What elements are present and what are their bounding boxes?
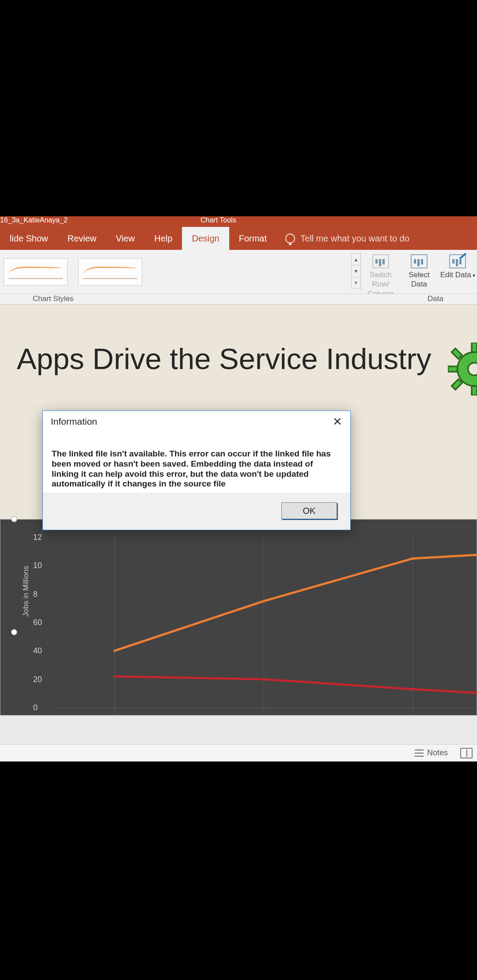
switch-row-column-button: Switch Row/ Column — [361, 254, 400, 298]
dialog-title: Information — [51, 416, 97, 427]
tab-slide-show[interactable]: lide Show — [0, 227, 58, 250]
title-bar: 16_3a_KatieAnaya_2 Chart Tools — [0, 216, 477, 227]
svg-rect-3 — [448, 366, 458, 372]
status-bar: Notes — [0, 744, 477, 761]
selection-handle[interactable] — [11, 629, 17, 635]
chart-styles-caption: Chart Styles — [33, 294, 74, 303]
information-dialog: Information ✕ The linked file isn't avai… — [42, 411, 351, 530]
tab-view[interactable]: View — [106, 227, 144, 250]
chart-style-thumb[interactable] — [78, 258, 142, 286]
slide-title: Apps Drive the Service Industry — [17, 342, 431, 376]
select-data-button[interactable]: Select Data — [400, 254, 438, 289]
y-tick: 60 — [33, 618, 42, 627]
tab-design[interactable]: Design — [182, 227, 229, 250]
select-data-icon — [411, 254, 428, 268]
dialog-close-button[interactable]: ✕ — [331, 415, 344, 428]
gear-icon — [448, 343, 477, 396]
dialog-title-bar[interactable]: Information ✕ — [43, 411, 350, 430]
dialog-button-row: OK — [43, 493, 350, 530]
y-tick: 0 — [33, 703, 38, 712]
svg-point-9 — [468, 363, 477, 376]
svg-rect-2 — [472, 386, 477, 396]
normal-view-button[interactable] — [460, 748, 473, 758]
gallery-scroll-down[interactable]: ▼ — [352, 265, 360, 277]
switch-row-column-icon — [372, 254, 389, 268]
tab-format[interactable]: Format — [229, 227, 276, 250]
gallery-scroller: ▲ ▼ ▾ — [351, 253, 361, 289]
y-tick: 20 — [33, 675, 42, 684]
chart-lines — [53, 537, 477, 715]
lightbulb-icon — [285, 234, 295, 243]
notes-label: Notes — [427, 748, 448, 758]
svg-rect-1 — [472, 343, 477, 352]
svg-rect-5 — [452, 348, 462, 359]
gallery-dropdown[interactable]: ▾ — [352, 277, 360, 288]
tell-me-placeholder: Tell me what you want to do — [300, 234, 409, 244]
y-tick: 8 — [33, 589, 38, 599]
ribbon-tabs: lide Show Review View Help Design Format… — [0, 227, 477, 250]
y-tick: 10 — [33, 561, 42, 570]
tell-me-search[interactable]: Tell me what you want to do — [276, 227, 477, 250]
data-caption: Data — [428, 294, 443, 303]
chart-styles-gallery[interactable] — [0, 250, 351, 294]
edit-data-button[interactable]: Edit Data ▾ — [439, 254, 477, 279]
edit-data-icon — [449, 254, 466, 268]
data-group: Switch Row/ Column Select Data Edit Data… — [361, 250, 477, 294]
selection-handle[interactable] — [11, 516, 17, 522]
chart-object[interactable]: Jobs in Millions 19751995201520250204060… — [0, 519, 477, 715]
svg-rect-7 — [452, 379, 462, 390]
notes-icon — [415, 750, 424, 757]
filename-label: 16_3a_KatieAnaya_2 — [0, 216, 68, 224]
tab-review[interactable]: Review — [58, 227, 106, 250]
notes-toggle-button[interactable]: Notes — [410, 748, 452, 758]
chart-style-thumb[interactable] — [4, 258, 68, 286]
dialog-ok-button[interactable]: OK — [281, 502, 337, 519]
y-axis-label: Jobs in Millions — [22, 566, 30, 617]
chart-plot-area: Jobs in Millions 19751995201520250204060… — [21, 524, 477, 715]
dialog-message: The linked file isn't available. This er… — [43, 430, 350, 493]
gallery-scroll-up[interactable]: ▲ — [352, 254, 360, 265]
notes-pane[interactable] — [0, 715, 477, 744]
context-tab-label: Chart Tools — [201, 216, 236, 224]
ribbon: ▲ ▼ ▾ Switch Row/ Column Select Data Edi… — [0, 250, 477, 294]
app-window: 16_3a_KatieAnaya_2 Chart Tools lide Show… — [0, 216, 477, 761]
y-tick: 12 — [33, 533, 42, 542]
ribbon-captions: Chart Styles Data — [0, 294, 477, 305]
y-tick: 40 — [33, 646, 42, 656]
tab-help[interactable]: Help — [144, 227, 182, 250]
